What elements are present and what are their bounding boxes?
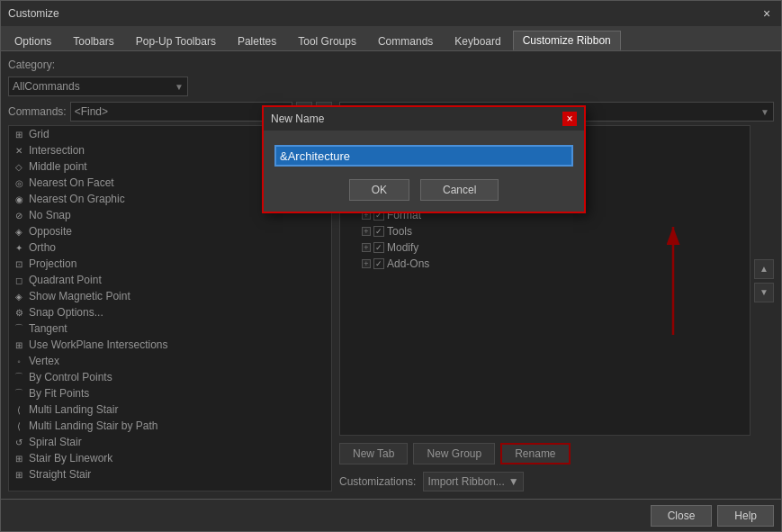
tab-keyboard[interactable]: Keyboard [445, 31, 510, 50]
menu-tabs: Options Toolbars Pop-Up Toolbars Palette… [1, 26, 781, 51]
bottom-bar: Close Help [1, 499, 781, 531]
help-button[interactable]: Help [717, 505, 774, 527]
tab-tool-groups[interactable]: Tool Groups [288, 31, 366, 50]
modal-close-button[interactable]: × [562, 112, 577, 126]
modal-title-bar: New Name × [264, 107, 584, 131]
tab-commands[interactable]: Commands [368, 31, 443, 50]
modal-cancel-button[interactable]: Cancel [420, 179, 499, 201]
tab-options[interactable]: Options [4, 31, 61, 50]
modal-content: OK Cancel [264, 131, 584, 212]
modal-buttons: OK Cancel [274, 179, 573, 201]
content-area: Category: AllCommands ▼ Commands: <Find>… [1, 51, 781, 499]
window-close-button[interactable]: × [760, 6, 774, 21]
tab-palettes[interactable]: Palettes [228, 31, 286, 50]
title-bar: Customize × [1, 1, 781, 26]
tab-customize-ribbon[interactable]: Customize Ribbon [513, 31, 621, 50]
modal-ok-button[interactable]: OK [349, 179, 409, 201]
new-name-modal: New Name × OK Cancel [262, 105, 586, 213]
modal-title: New Name [271, 113, 324, 125]
modal-overlay: New Name × OK Cancel [1, 51, 781, 499]
main-window: Customize × Options Toolbars Pop-Up Tool… [0, 0, 782, 532]
window-title: Customize [8, 7, 59, 20]
tab-popup-toolbars[interactable]: Pop-Up Toolbars [126, 31, 226, 50]
new-name-input[interactable] [274, 145, 573, 167]
close-button[interactable]: Close [651, 505, 713, 527]
tab-toolbars[interactable]: Toolbars [63, 31, 123, 50]
